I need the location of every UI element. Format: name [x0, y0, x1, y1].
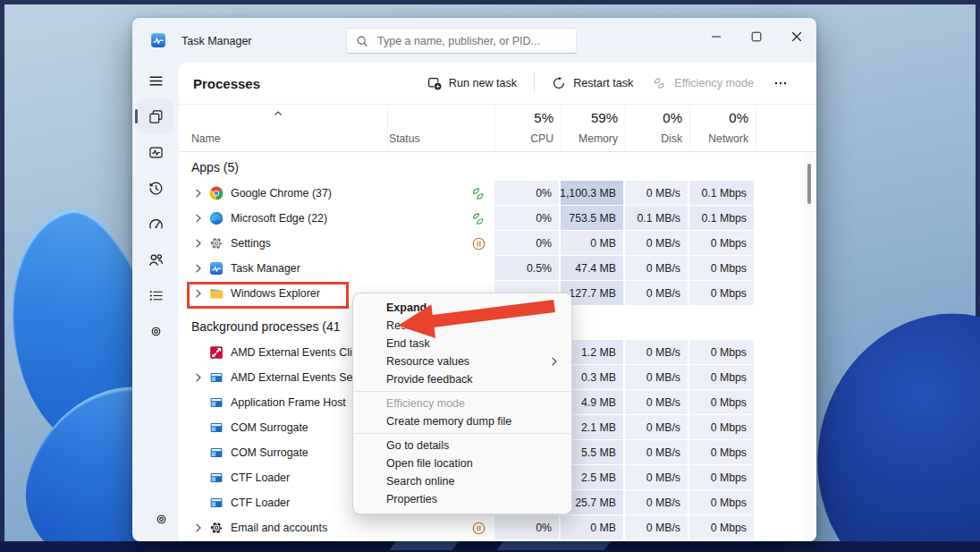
- details-icon: [148, 288, 164, 303]
- toolbar-label: Efficiency mode: [674, 77, 754, 89]
- services-icon: circle cx="8" cy="8" r="5.1" fill="none"…: [148, 324, 164, 339]
- close-button[interactable]: [776, 18, 816, 55]
- expand-chevron-icon[interactable]: [191, 370, 206, 385]
- process-row-google-chrome-37[interactable]: Google Chrome (37)0%1,100.3 MB0 MB/s0.1 …: [179, 181, 816, 206]
- scrollbar-thumb[interactable]: [807, 164, 811, 204]
- process-row-task-manager[interactable]: Task Manager0.5%47.4 MB0 MB/s0 Mbps: [179, 256, 816, 281]
- process-network-cell: 0.1 Mbps: [689, 206, 756, 231]
- menu-item-provide-feedback[interactable]: Provide feedback: [357, 370, 568, 388]
- column-header-memory[interactable]: 59%Memory: [561, 105, 625, 151]
- search-input[interactable]: [376, 34, 567, 48]
- minimize-button[interactable]: [696, 18, 736, 55]
- sidebar-item-performance[interactable]: [138, 134, 173, 170]
- chrome-icon: [209, 186, 224, 200]
- column-aggregate: 59%: [591, 110, 618, 125]
- process-name: COM Surrogate: [231, 421, 308, 434]
- amd-icon: [209, 345, 224, 360]
- sidebar-item-processes[interactable]: [138, 98, 173, 134]
- column-header-cpu[interactable]: 5%CPU: [494, 105, 561, 151]
- search-box[interactable]: [346, 28, 577, 54]
- process-disk-cell: 0 MB/s: [625, 490, 689, 515]
- startup-icon: [148, 217, 164, 232]
- process-row-email-and-accounts[interactable]: Email and accounts0%0 MB0 MB/s0 Mbps: [179, 515, 816, 540]
- process-memory-cell: 0 MB: [561, 231, 625, 256]
- process-name-cell: Settings: [190, 231, 387, 256]
- window-title: Task Manager: [182, 35, 252, 47]
- process-network-cell: 0 Mbps: [689, 390, 756, 415]
- menu-item-go-to-details[interactable]: Go to details: [357, 437, 568, 454]
- window-controls: [696, 18, 816, 55]
- menu-item-search-online[interactable]: Search online: [357, 472, 568, 490]
- sidebar-item-app-history[interactable]: [138, 170, 173, 206]
- process-memory-cell: 47.4 MB: [561, 256, 625, 281]
- process-cpu-cell: 0%: [494, 231, 561, 256]
- column-header-network[interactable]: 0%Network: [689, 105, 756, 151]
- expand-chevron-icon[interactable]: [191, 211, 206, 225]
- process-disk-cell: 0 MB/s: [625, 256, 689, 281]
- menu-item-open-file-location[interactable]: Open file location: [357, 454, 568, 472]
- menu-item-properties[interactable]: Properties: [357, 490, 568, 508]
- sidebar-item-services[interactable]: circle cx="8" cy="8" r="5.1" fill="none"…: [138, 313, 173, 349]
- process-name: CTF Loader: [231, 497, 290, 509]
- sidebar-item-menu[interactable]: [138, 63, 173, 98]
- column-header-status[interactable]: Status: [387, 105, 494, 151]
- toolbar-label: Restart task: [573, 77, 633, 89]
- annotation-highlight-box: [187, 282, 349, 309]
- hamburger-icon: [148, 73, 164, 89]
- process-name: AMD External Events Clien: [231, 346, 364, 359]
- process-name: Email and accounts: [231, 522, 327, 534]
- table-header: NameStatus5%CPU59%Memory0%Disk0%Network: [179, 104, 816, 152]
- toolbar-restart-task-button[interactable]: Restart task: [543, 71, 642, 96]
- process-disk-cell: 0 MB/s: [625, 181, 689, 206]
- process-name: Application Frame Host: [231, 396, 346, 409]
- toolbar-label: Run new task: [449, 77, 517, 89]
- process-network-cell: 0 Mbps: [689, 490, 756, 515]
- window-app-icon: [209, 395, 224, 410]
- task-manager-window: Task Manager circle cx="8" cy="8" r="5.1…: [132, 18, 816, 541]
- process-name-cell: Google Chrome (37): [190, 181, 387, 206]
- process-name: Microsoft Edge (22): [231, 212, 327, 225]
- process-row-settings[interactable]: Settings0%0 MB0 MB/s0 Mbps: [179, 231, 816, 256]
- processes-icon: [148, 109, 164, 124]
- scrollbar[interactable]: [804, 152, 815, 539]
- sidebar-item-startup-apps[interactable]: [138, 206, 173, 242]
- menu-item-create-memory-dump-file[interactable]: Create memory dump file: [357, 412, 568, 430]
- process-cpu-cell: 0%: [494, 181, 561, 206]
- maximize-button[interactable]: [736, 18, 776, 55]
- expand-chevron-icon[interactable]: [191, 521, 206, 535]
- column-label: CPU: [530, 132, 553, 145]
- toolbar-efficiency-mode-button[interactable]: Efficiency mode: [644, 71, 763, 96]
- expand-chevron-icon[interactable]: [191, 236, 206, 251]
- column-label: Status: [389, 132, 420, 145]
- expand-chevron-icon[interactable]: [191, 261, 206, 276]
- column-header-name[interactable]: Name: [190, 105, 387, 151]
- process-memory-cell: 753.5 MB: [561, 206, 625, 231]
- titlebar[interactable]: Task Manager: [132, 18, 816, 63]
- expand-chevron-icon[interactable]: [191, 186, 206, 200]
- sidebar-item-settings[interactable]: circle cx="8" cy="8" r="5.1" fill="none"…: [143, 501, 179, 537]
- menu-separator: [354, 433, 570, 434]
- expand-chevron-icon: [191, 420, 206, 435]
- process-status-cell: [387, 181, 494, 206]
- expand-chevron-icon: [191, 471, 206, 485]
- wallpaper-petal: [791, 289, 980, 552]
- process-name: Settings: [231, 237, 271, 250]
- process-row-microsoft-edge-22[interactable]: Microsoft Edge (22)0%753.5 MB0.1 MB/s0.1…: [179, 206, 816, 231]
- expand-chevron-icon: [191, 345, 206, 360]
- column-header-disk[interactable]: 0%Disk: [625, 105, 689, 151]
- expand-chevron-icon: [191, 395, 206, 410]
- toolbar-run-new-task-button[interactable]: Run new task: [418, 71, 526, 96]
- toolbar-more-options-button[interactable]: [765, 71, 797, 96]
- sidebar-item-details[interactable]: [138, 277, 173, 313]
- maximize-icon: [751, 31, 762, 42]
- annotation-arrow: [393, 295, 559, 349]
- sidebar-item-users[interactable]: [138, 242, 173, 277]
- toolbar: Run new taskRestart taskEfficiency mode: [418, 71, 797, 96]
- process-name: Task Manager: [231, 262, 300, 275]
- process-network-cell: 0 Mbps: [689, 231, 756, 256]
- column-divider: [625, 105, 626, 151]
- process-network-cell: 0 Mbps: [689, 340, 756, 365]
- process-network-cell: 0 Mbps: [689, 515, 756, 540]
- menu-item-resource-values[interactable]: Resource values: [357, 352, 568, 370]
- column-aggregate: 0%: [729, 110, 748, 125]
